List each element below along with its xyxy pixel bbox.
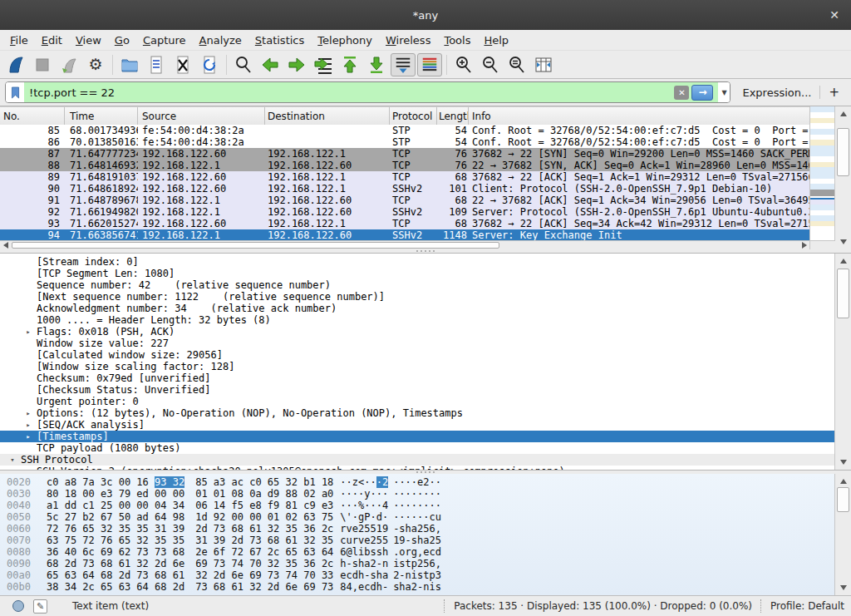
close-icon[interactable]: ✕ [826, 7, 843, 23]
hex-row[interactable]: 0020c0 a8 7a 3c 00 16 93 3285 a3 ac c0 6… [0, 476, 835, 488]
col-no[interactable]: No. [0, 107, 65, 126]
packet-row[interactable]: 9371.662015274192.168.122.60192.168.122.… [0, 218, 810, 229]
hex-row[interactable]: 007063 75 72 76 65 32 35 3531 39 2d 73 6… [0, 535, 835, 546]
packet-row[interactable]: 9271.661949820192.168.122.1192.168.122.6… [0, 206, 810, 218]
add-filter-button[interactable]: + [820, 85, 846, 100]
reload-file-button[interactable] [197, 53, 222, 76]
go-first-button[interactable] [337, 53, 362, 76]
display-filter-input[interactable]: !tcp.port == 22 ✕ → ▼ [5, 81, 730, 103]
go-to-packet-button[interactable] [311, 53, 336, 76]
menu-help[interactable]: Help [477, 32, 515, 48]
col-time[interactable]: Time [65, 107, 138, 126]
packet-row[interactable]: 8871.648146932192.168.122.1192.168.122.6… [0, 160, 810, 171]
stop-capture-button[interactable] [30, 53, 55, 76]
col-source[interactable]: Source [138, 107, 265, 126]
detail-line[interactable]: 1000 .... = Header Length: 32 bytes (8) [0, 314, 835, 326]
go-last-button[interactable] [364, 53, 389, 76]
save-file-button[interactable] [144, 53, 169, 76]
detail-line[interactable]: ▸Options: (12 bytes), No-Operation (NOP)… [0, 407, 835, 419]
scroll-left-icon[interactable] [0, 241, 12, 249]
menu-telephony[interactable]: Telephony [311, 32, 379, 48]
detail-line[interactable]: ▸[SEQ/ACK analysis] [0, 419, 835, 431]
detail-line[interactable]: Checksum: 0x79ed [unverified] [0, 372, 835, 384]
go-back-button[interactable] [258, 53, 283, 76]
col-info[interactable]: Info [469, 107, 810, 126]
menu-capture[interactable]: Capture [136, 32, 193, 48]
detail-line[interactable]: Window size value: 227 [0, 338, 835, 349]
filter-bookmark-icon[interactable] [6, 82, 24, 102]
packet-list-minimap[interactable] [809, 106, 835, 241]
filter-text[interactable]: !tcp.port == 22 [24, 82, 674, 102]
capture-options-button[interactable]: ⚙ [83, 53, 108, 76]
zoom-out-button[interactable] [478, 53, 503, 76]
zoom-in-button[interactable] [451, 53, 476, 76]
restart-capture-button[interactable] [57, 53, 81, 76]
hex-vscrollbar[interactable] [834, 474, 851, 595]
hex-row[interactable]: 0040a1 dd c1 25 00 00 04 3406 14 f5 e8 f… [0, 500, 835, 511]
filter-apply-button[interactable]: → [691, 85, 713, 101]
auto-scroll-toggle[interactable] [391, 53, 416, 76]
packet-row[interactable]: 8971.648191037192.168.122.60192.168.122.… [0, 171, 810, 183]
detail-line[interactable]: Acknowledgment number: 34 (relative ack … [0, 303, 835, 314]
detail-line[interactable]: [Window size scaling factor: 128] [0, 361, 835, 372]
detail-line[interactable]: [Calculated window size: 29056] [0, 349, 835, 361]
detail-line[interactable]: Sequence number: 42 (relative sequence n… [0, 279, 835, 291]
menu-edit[interactable]: Edit [35, 32, 69, 48]
detail-line[interactable]: TCP payload (1080 bytes) [0, 442, 835, 454]
packet-row-selected[interactable]: 9471.663856741192.168.122.1192.168.122.6… [0, 229, 810, 241]
zoom-reset-button[interactable] [504, 53, 529, 76]
hex-row[interactable]: 00b038 34 2c 65 63 64 68 2d73 68 61 32 2… [0, 581, 835, 593]
menu-statistics[interactable]: Statistics [248, 32, 311, 48]
scroll-down-icon[interactable] [835, 456, 851, 468]
resize-columns-button[interactable] [531, 53, 556, 76]
scroll-right-icon[interactable] [799, 241, 810, 249]
detail-line[interactable]: [Next sequence number: 1122 (relative se… [0, 291, 835, 303]
packet-list-vscrollbar[interactable] [834, 106, 851, 249]
open-file-button[interactable] [117, 53, 142, 76]
menu-wireless[interactable]: Wireless [379, 32, 437, 48]
hex-row[interactable]: 006072 76 65 32 35 35 31 392d 73 68 61 3… [0, 523, 835, 535]
detail-line[interactable]: Urgent pointer: 0 [0, 396, 835, 407]
hex-row[interactable]: 00a065 63 64 68 2d 73 68 6132 2d 6e 69 7… [0, 569, 835, 581]
find-packet-button[interactable] [231, 53, 256, 76]
expert-info-icon[interactable] [12, 599, 25, 613]
colorize-toggle[interactable] [417, 53, 442, 76]
col-protocol[interactable]: Protocol [390, 107, 437, 126]
packet-row[interactable]: 8670.013850163fe:54:00:d4:38:2aSTP54Conf… [0, 136, 810, 148]
detail-line[interactable]: [Stream index: 0] [0, 256, 835, 268]
capture-comment-icon[interactable]: ✎ [33, 599, 47, 614]
col-length[interactable]: Length [437, 107, 469, 126]
close-file-button[interactable] [170, 53, 195, 76]
detail-line[interactable]: ▸SSH Version 2 (encryption:chacha20-poly… [0, 466, 835, 471]
menu-go[interactable]: Go [108, 32, 136, 48]
hex-row[interactable]: 009068 2d 73 68 61 32 2d 6e69 73 74 70 3… [0, 558, 835, 569]
scroll-up-icon[interactable] [835, 476, 851, 487]
profile-label[interactable]: Profile: Default [770, 600, 844, 612]
detail-line[interactable]: [Checksum Status: Unverified] [0, 384, 835, 396]
hex-row[interactable]: 008036 40 6c 69 62 73 73 682e 6f 72 67 2… [0, 546, 835, 558]
expression-button[interactable]: Expression... [730, 86, 819, 99]
scroll-up-icon[interactable] [835, 108, 851, 120]
packet-row[interactable]: 9171.648789678192.168.122.1192.168.122.6… [0, 195, 810, 206]
detail-line[interactable]: [TCP Segment Len: 1080] [0, 268, 835, 279]
packet-list-hscrollbar[interactable] [0, 240, 810, 249]
filter-clear-button[interactable]: ✕ [674, 86, 689, 100]
scrollbar-thumb[interactable] [837, 269, 849, 318]
go-forward-button[interactable] [284, 53, 309, 76]
filter-history-dropdown[interactable]: ▼ [718, 82, 730, 102]
menu-tools[interactable]: Tools [437, 32, 477, 48]
scrollbar-thumb[interactable] [837, 487, 849, 512]
start-capture-button[interactable] [3, 53, 28, 76]
packet-row[interactable]: 8568.001734936fe:54:00:d4:38:2aSTP54Conf… [0, 125, 810, 136]
detail-line-selected[interactable]: ▸[Timestamps] [0, 431, 835, 442]
hscrollbar-thumb[interactable] [12, 242, 499, 249]
col-destination[interactable]: Destination [265, 107, 390, 126]
details-vscrollbar[interactable] [834, 254, 851, 470]
menu-view[interactable]: View [69, 32, 108, 48]
detail-line-ssh-protocol[interactable]: ▾SSH Protocol [0, 454, 835, 466]
detail-line[interactable]: ▸Flags: 0x018 (PSH, ACK) [0, 326, 835, 338]
scroll-up-icon[interactable] [835, 255, 851, 267]
hex-row[interactable]: 00505c 27 b2 67 50 ad 64 981d 92 00 00 0… [0, 511, 835, 523]
packet-row[interactable]: 8771.647777234192.168.122.60192.168.122.… [0, 148, 810, 160]
scroll-down-icon[interactable] [835, 582, 851, 594]
